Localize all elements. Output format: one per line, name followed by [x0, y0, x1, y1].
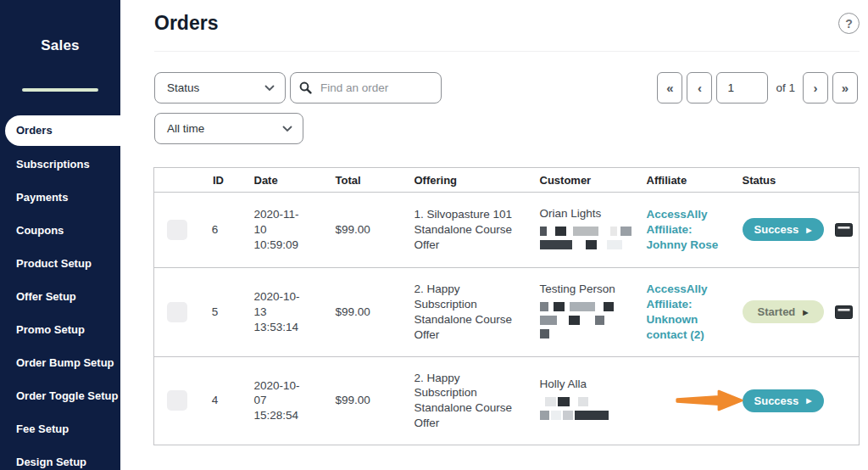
prev-page-button[interactable]: ‹ — [687, 72, 712, 104]
column-offering: Offering — [399, 168, 532, 193]
order-affiliate: AccessAlly Affiliate: Unknown contact (2… — [638, 267, 737, 356]
mail-icon — [835, 305, 853, 319]
row-checkbox[interactable] — [167, 220, 187, 240]
question-mark-icon: ? — [845, 17, 853, 31]
chevron-down-icon — [264, 85, 275, 92]
orders-table: ID Date Total Offering Customer Affiliat… — [153, 167, 860, 445]
redacted-text — [540, 302, 632, 339]
column-select — [154, 168, 202, 193]
affiliate-link[interactable]: AccessAlly Affiliate: Johnny Rose — [647, 208, 719, 251]
status-badge-success[interactable]: Success ▶ — [743, 218, 824, 241]
column-customer: Customer — [532, 168, 638, 193]
sidebar-item-order-bump-setup[interactable]: Order Bump Setup — [0, 346, 120, 379]
column-status: Status — [737, 168, 860, 193]
order-total: $99.00 — [319, 356, 399, 445]
order-total: $99.00 — [319, 193, 399, 268]
mail-icon — [835, 223, 853, 237]
redacted-text — [540, 227, 632, 249]
main-content: Orders ? Status « ‹ of 1 › » All time — [120, 0, 868, 470]
help-button[interactable]: ? — [838, 13, 860, 34]
customer-name: Orian Lights — [540, 206, 632, 221]
column-total: Total — [319, 168, 399, 193]
play-icon: ▶ — [806, 227, 811, 233]
order-date: 2020-10-07 15:28:54 — [236, 356, 319, 445]
status-label: Started — [758, 305, 796, 318]
order-search — [290, 72, 442, 104]
affiliate-link[interactable]: AccessAlly Affiliate: Unknown contact (2… — [647, 283, 708, 340]
column-id: ID — [202, 168, 236, 193]
redacted-text — [540, 397, 632, 420]
row-checkbox[interactable] — [167, 302, 187, 322]
column-affiliate: Affiliate — [638, 168, 737, 193]
sidebar-item-orders[interactable]: Orders — [5, 115, 120, 146]
sidebar-item-order-toggle-setup[interactable]: Order Toggle Setup — [0, 379, 120, 412]
next-page-button[interactable]: › — [803, 72, 828, 104]
customer-name: Holly Alla — [540, 377, 632, 392]
status-filter-label: Status — [167, 81, 199, 94]
page-count-label: of 1 — [776, 81, 795, 94]
order-id: 5 — [202, 267, 236, 356]
order-customer: Holly Alla — [532, 356, 638, 445]
order-offering: 1. Silvopasture 101 Standalone Course Of… — [399, 193, 532, 268]
status-label: Success — [754, 223, 799, 236]
status-badge-started[interactable]: Started ▶ — [743, 300, 824, 323]
order-status: Started ▶ — [737, 267, 860, 356]
page-number-input[interactable] — [716, 72, 768, 104]
order-offering: 2. Happy Subscription Standalone Course … — [399, 267, 532, 356]
order-status: Success ▶ — [737, 356, 860, 445]
order-customer: Testing Person — [532, 267, 638, 356]
order-total: $99.00 — [319, 267, 399, 356]
sidebar: Sales Orders Subscriptions Payments Coup… — [0, 0, 120, 470]
chevron-down-icon — [282, 126, 292, 132]
customer-name: Testing Person — [540, 282, 632, 297]
last-page-button[interactable]: » — [832, 72, 858, 104]
time-filter-label: All time — [167, 122, 204, 135]
table-header-row: ID Date Total Offering Customer Affiliat… — [154, 168, 860, 193]
status-label: Success — [754, 394, 799, 407]
order-customer: Orian Lights — [532, 193, 638, 268]
sidebar-nav: Orders Subscriptions Payments Coupons Pr… — [0, 115, 120, 470]
pagination: « ‹ of 1 › » — [653, 72, 858, 104]
status-filter-select[interactable]: Status — [154, 72, 286, 104]
time-filter-select[interactable]: All time — [154, 113, 303, 144]
page-title: Orders — [154, 12, 218, 35]
sidebar-item-coupons[interactable]: Coupons — [0, 214, 120, 247]
table-row: 5 2020-10-13 13:53:14 $99.00 2. Happy Su… — [154, 267, 860, 356]
sidebar-divider — [22, 88, 98, 92]
sidebar-item-product-setup[interactable]: Product Setup — [0, 247, 120, 280]
first-page-button[interactable]: « — [657, 72, 682, 104]
order-status: Success ▶ — [737, 193, 860, 268]
order-date: 2020-10-13 13:53:14 — [236, 267, 319, 356]
order-id: 6 — [202, 193, 236, 268]
column-date: Date — [236, 168, 319, 193]
status-badge-success[interactable]: Success ▶ — [743, 389, 824, 412]
search-input[interactable] — [319, 81, 432, 95]
sidebar-item-fee-setup[interactable]: Fee Setup — [0, 412, 120, 445]
header-divider — [154, 51, 860, 52]
row-checkbox[interactable] — [167, 390, 187, 411]
play-icon: ▶ — [806, 398, 811, 405]
sidebar-item-payments[interactable]: Payments — [0, 181, 120, 214]
sidebar-item-subscriptions[interactable]: Subscriptions — [0, 148, 120, 181]
search-icon — [299, 81, 312, 94]
order-affiliate: AccessAlly Affiliate: Johnny Rose — [638, 193, 737, 268]
order-affiliate — [638, 356, 737, 445]
table-row: 4 2020-10-07 15:28:54 $99.00 2. Happy Su… — [154, 356, 860, 445]
order-id: 4 — [202, 356, 236, 445]
mail-button[interactable] — [835, 223, 853, 237]
sidebar-item-promo-setup[interactable]: Promo Setup — [0, 313, 120, 346]
table-row: 6 2020-11-10 10:59:09 $99.00 1. Silvopas… — [154, 193, 860, 268]
order-date: 2020-11-10 10:59:09 — [236, 193, 319, 268]
sidebar-item-offer-setup[interactable]: Offer Setup — [0, 280, 120, 313]
sidebar-item-design-setup[interactable]: Design Setup — [0, 445, 120, 470]
order-offering: 2. Happy Subscription Standalone Course … — [399, 356, 532, 445]
mail-button[interactable] — [835, 305, 853, 319]
play-icon: ▶ — [803, 309, 808, 316]
sidebar-title: Sales — [0, 0, 120, 54]
